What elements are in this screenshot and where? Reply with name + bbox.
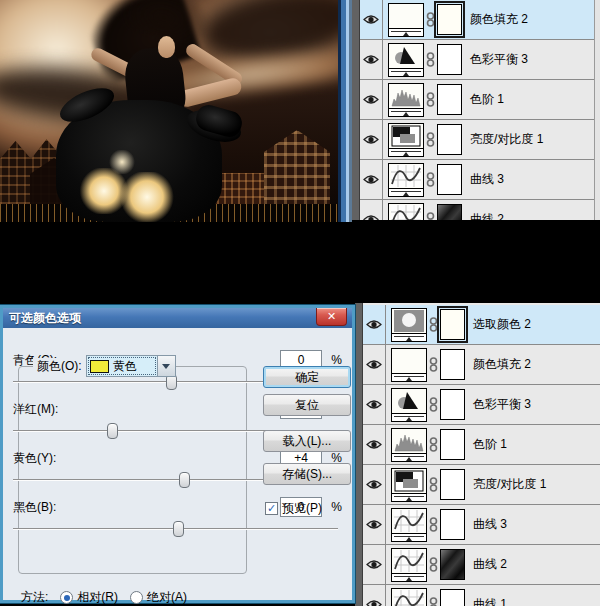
layer-mask-thumbnail[interactable] [440,429,465,460]
layer-mask-thumbnail[interactable] [437,4,462,35]
visibility-cell[interactable] [363,425,386,464]
layer-row[interactable]: 曲线 3 [360,160,594,200]
color-dropdown[interactable]: 黄色 [86,355,176,377]
layer-mask-thumbnail[interactable] [440,309,465,340]
layer-row[interactable]: 色阶 1 [360,80,594,120]
layer-row[interactable]: 颜色填充 2 [360,0,594,40]
layer-thumbnail[interactable] [391,388,427,422]
eye-icon[interactable] [366,439,382,450]
link-icon [429,477,438,492]
layer-mask-thumbnail[interactable] [440,389,465,420]
layer-thumbnail[interactable] [391,428,427,462]
method-label: 方法: [21,589,48,606]
eye-icon[interactable] [363,14,379,25]
thumbnail-slider-bar [389,148,423,156]
layer-thumbnail[interactable] [391,588,427,606]
layer-mask-thumbnail[interactable] [440,549,465,580]
visibility-cell[interactable] [360,0,383,39]
color-dropdown-field[interactable]: 黄色 [87,356,157,376]
layer-name: 亮度/对比度 1 [473,476,546,493]
absolute-radio[interactable] [130,591,143,604]
chevron-down-icon[interactable] [157,356,175,376]
layer-thumbnail[interactable] [388,163,424,197]
layer-mask-thumbnail[interactable] [440,469,465,500]
visibility-cell[interactable] [363,585,386,606]
panel-scrollbar[interactable] [594,0,600,220]
eye-icon[interactable] [366,399,382,410]
eye-icon[interactable] [366,519,382,530]
eye-icon[interactable] [363,214,379,220]
layer-row[interactable]: 颜色填充 2 [363,345,600,385]
photo-canvas [0,0,338,222]
visibility-cell[interactable] [360,80,383,119]
dialog-titlebar[interactable]: 可选颜色选项 ✕ [3,308,352,328]
field-label: 洋红(M): [13,401,280,418]
layer-row[interactable]: 曲线 3 [363,505,600,545]
panel-edge [352,0,360,220]
field-slider[interactable] [13,520,342,538]
eye-icon[interactable] [366,599,382,606]
thumbnail-slider-bar [389,188,423,196]
slider-thumb[interactable] [179,472,190,488]
layer-mask-thumbnail[interactable] [440,509,465,540]
eye-icon[interactable] [366,559,382,570]
load-button[interactable]: 载入(L)... [263,430,351,452]
layer-mask-thumbnail[interactable] [437,44,462,75]
thumbnail-slider-bar [389,28,423,36]
visibility-cell[interactable] [363,465,386,504]
layer-row[interactable]: 色彩平衡 3 [360,40,594,80]
visibility-cell[interactable] [363,505,386,544]
relative-radio[interactable] [60,591,73,604]
layer-mask-thumbnail[interactable] [437,204,462,220]
layer-thumbnail[interactable] [388,83,424,117]
visibility-cell[interactable] [363,385,386,424]
layer-mask-thumbnail[interactable] [437,164,462,195]
layer-thumbnail[interactable] [391,348,427,382]
layer-thumbnail[interactable] [388,43,424,77]
visibility-cell[interactable] [360,200,383,220]
eye-icon[interactable] [363,94,379,105]
visibility-cell[interactable] [360,40,383,79]
layer-mask-thumbnail[interactable] [440,589,465,606]
layer-row[interactable]: 曲线 2 [363,545,600,585]
preview-checkbox[interactable]: ✓ [265,502,278,515]
relative-radio-label: 相对(R) [77,589,118,606]
layer-thumbnail[interactable] [391,308,427,342]
layer-row[interactable]: 选取颜色 2 [363,305,600,345]
visibility-cell[interactable] [363,345,386,384]
layer-mask-thumbnail[interactable] [437,84,462,115]
layer-thumbnail[interactable] [391,548,427,582]
layer-row[interactable]: 曲线 2 [360,200,594,220]
eye-icon[interactable] [366,359,382,370]
layer-name: 色阶 1 [470,91,504,108]
eye-icon[interactable] [366,479,382,490]
eye-icon[interactable] [366,319,382,330]
eye-icon[interactable] [363,174,379,185]
layer-row[interactable]: 曲线 1 [363,585,600,606]
slider-thumb[interactable] [173,521,184,537]
reset-button[interactable]: 复位 [263,394,351,416]
layer-row[interactable]: 色阶 1 [363,425,600,465]
visibility-cell[interactable] [360,120,383,159]
layer-thumbnail[interactable] [388,123,424,157]
layer-thumbnail[interactable] [391,508,427,542]
eye-icon[interactable] [363,54,379,65]
slider-thumb[interactable] [107,423,118,439]
layer-mask-thumbnail[interactable] [437,124,462,155]
layer-row[interactable]: 亮度/对比度 1 [360,120,594,160]
ok-button[interactable]: 确定 [263,366,351,388]
layer-thumbnail[interactable] [388,3,424,37]
visibility-cell[interactable] [363,545,386,584]
layer-row[interactable]: 亮度/对比度 1 [363,465,600,505]
layer-thumbnail[interactable] [391,468,427,502]
visibility-cell[interactable] [363,305,386,344]
close-icon[interactable]: ✕ [316,308,347,326]
visibility-cell[interactable] [360,160,383,199]
save-button[interactable]: 存储(S)... [263,463,351,485]
layer-thumbnail[interactable] [388,203,424,221]
preview-label: 预览(P) [282,500,322,517]
link-icon [429,437,438,452]
eye-icon[interactable] [363,134,379,145]
layer-row[interactable]: 色彩平衡 3 [363,385,600,425]
layer-mask-thumbnail[interactable] [440,349,465,380]
